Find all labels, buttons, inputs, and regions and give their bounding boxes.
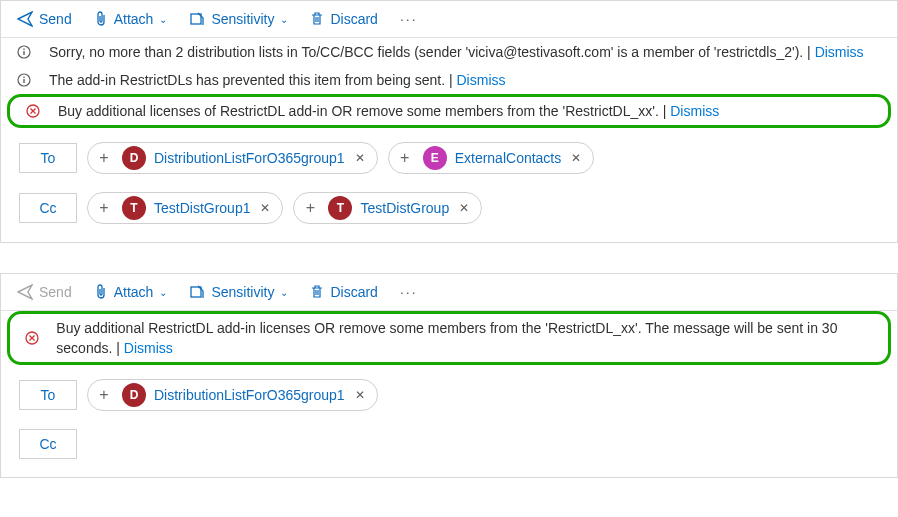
recipient-chip[interactable]: +DDistributionListForO365group1✕ bbox=[87, 142, 378, 174]
discard-label: Discard bbox=[330, 11, 377, 27]
send-label: Send bbox=[39, 11, 72, 27]
recipient-name: ExternalContacts bbox=[455, 150, 562, 166]
dismiss-link[interactable]: Dismiss bbox=[815, 44, 864, 60]
svg-rect-2 bbox=[23, 51, 24, 55]
error-message: Buy additional RestrictDL add-in license… bbox=[56, 320, 837, 356]
recipient-name: TestDistGroup bbox=[360, 200, 449, 216]
send-icon bbox=[17, 284, 33, 300]
cc-row: Cc bbox=[1, 415, 897, 477]
remove-icon[interactable]: ✕ bbox=[258, 201, 272, 215]
send-label: Send bbox=[39, 284, 72, 300]
avatar: T bbox=[328, 196, 352, 220]
to-row: To +DDistributionListForO365group1✕ bbox=[1, 365, 897, 415]
to-chips: +DDistributionListForO365group1✕ bbox=[87, 379, 378, 411]
recipient-chip[interactable]: +TTestDistGroup✕ bbox=[293, 192, 482, 224]
paperclip-icon bbox=[94, 284, 108, 300]
info-message: The add-in RestrictDLs has prevented thi… bbox=[49, 72, 457, 88]
paperclip-icon bbox=[94, 11, 108, 27]
to-row: To +DDistributionListForO365group1✕+EExt… bbox=[1, 128, 897, 178]
sensitivity-button[interactable]: Sensitivity ⌄ bbox=[185, 280, 292, 304]
svg-rect-3 bbox=[23, 49, 24, 50]
sensitivity-icon bbox=[189, 11, 205, 27]
info-icon bbox=[17, 73, 31, 87]
avatar: D bbox=[122, 146, 146, 170]
more-button[interactable]: ··· bbox=[396, 280, 422, 304]
to-chips: +DDistributionListForO365group1✕+EExtern… bbox=[87, 142, 594, 174]
cc-chips: +TTestDistGroup1✕+TTestDistGroup✕ bbox=[87, 192, 482, 224]
cc-row: Cc +TTestDistGroup1✕+TTestDistGroup✕ bbox=[1, 178, 897, 242]
sensitivity-icon bbox=[189, 284, 205, 300]
expand-icon[interactable]: + bbox=[94, 198, 114, 218]
avatar: E bbox=[423, 146, 447, 170]
svg-rect-8 bbox=[191, 287, 201, 297]
info-message: Sorry, no more than 2 distribution lists… bbox=[49, 44, 815, 60]
expand-icon[interactable]: + bbox=[395, 148, 415, 168]
sensitivity-button[interactable]: Sensitivity ⌄ bbox=[185, 7, 292, 31]
discard-button[interactable]: Discard bbox=[306, 280, 381, 304]
send-icon bbox=[17, 11, 33, 27]
sensitivity-label: Sensitivity bbox=[211, 11, 274, 27]
svg-rect-0 bbox=[191, 14, 201, 24]
dismiss-link[interactable]: Dismiss bbox=[670, 103, 719, 119]
chevron-down-icon: ⌄ bbox=[280, 287, 288, 298]
avatar: D bbox=[122, 383, 146, 407]
to-button[interactable]: To bbox=[19, 143, 77, 173]
error-icon bbox=[25, 331, 39, 345]
remove-icon[interactable]: ✕ bbox=[353, 151, 367, 165]
sensitivity-label: Sensitivity bbox=[211, 284, 274, 300]
attach-button[interactable]: Attach ⌄ bbox=[90, 7, 172, 31]
more-icon: ··· bbox=[400, 11, 418, 27]
toolbar: Send Attach ⌄ Sensitivity ⌄ Discard ··· bbox=[1, 274, 897, 311]
svg-rect-6 bbox=[23, 77, 24, 78]
error-bar-2: Buy additional RestrictDL add-in license… bbox=[10, 314, 888, 362]
compose-panel-2: Send Attach ⌄ Sensitivity ⌄ Discard ··· … bbox=[0, 273, 898, 478]
cc-button[interactable]: Cc bbox=[19, 193, 77, 223]
trash-icon bbox=[310, 11, 324, 27]
info-icon bbox=[17, 45, 31, 59]
toolbar: Send Attach ⌄ Sensitivity ⌄ Discard ··· bbox=[1, 1, 897, 38]
expand-icon[interactable]: + bbox=[300, 198, 320, 218]
to-button[interactable]: To bbox=[19, 380, 77, 410]
remove-icon[interactable]: ✕ bbox=[457, 201, 471, 215]
more-button[interactable]: ··· bbox=[396, 7, 422, 31]
discard-label: Discard bbox=[330, 284, 377, 300]
remove-icon[interactable]: ✕ bbox=[353, 388, 367, 402]
recipient-name: DistributionListForO365group1 bbox=[154, 387, 345, 403]
svg-rect-5 bbox=[23, 79, 24, 83]
recipient-name: TestDistGroup1 bbox=[154, 200, 250, 216]
discard-button[interactable]: Discard bbox=[306, 7, 381, 31]
avatar: T bbox=[122, 196, 146, 220]
info-bar-2: The add-in RestrictDLs has prevented thi… bbox=[1, 66, 897, 94]
compose-panel-1: Send Attach ⌄ Sensitivity ⌄ Discard ··· … bbox=[0, 0, 898, 243]
attach-label: Attach bbox=[114, 284, 154, 300]
remove-icon[interactable]: ✕ bbox=[569, 151, 583, 165]
info-bar-1: Sorry, no more than 2 distribution lists… bbox=[1, 38, 897, 66]
highlighted-error-2: Buy additional RestrictDL add-in license… bbox=[7, 311, 891, 365]
dismiss-link[interactable]: Dismiss bbox=[124, 340, 173, 356]
recipient-chip[interactable]: +EExternalContacts✕ bbox=[388, 142, 595, 174]
error-bar-1: Buy additional licenses of RestrictDL ad… bbox=[10, 97, 888, 125]
more-icon: ··· bbox=[400, 284, 418, 300]
chevron-down-icon: ⌄ bbox=[280, 14, 288, 25]
cc-button[interactable]: Cc bbox=[19, 429, 77, 459]
error-icon bbox=[26, 104, 40, 118]
dismiss-link[interactable]: Dismiss bbox=[457, 72, 506, 88]
recipient-chip[interactable]: +DDistributionListForO365group1✕ bbox=[87, 379, 378, 411]
trash-icon bbox=[310, 284, 324, 300]
chevron-down-icon: ⌄ bbox=[159, 287, 167, 298]
send-button: Send bbox=[13, 280, 76, 304]
error-message: Buy additional licenses of RestrictDL ad… bbox=[58, 103, 670, 119]
highlighted-error-1: Buy additional licenses of RestrictDL ad… bbox=[7, 94, 891, 128]
recipient-name: DistributionListForO365group1 bbox=[154, 150, 345, 166]
chevron-down-icon: ⌄ bbox=[159, 14, 167, 25]
attach-label: Attach bbox=[114, 11, 154, 27]
expand-icon[interactable]: + bbox=[94, 385, 114, 405]
attach-button[interactable]: Attach ⌄ bbox=[90, 280, 172, 304]
send-button[interactable]: Send bbox=[13, 7, 76, 31]
expand-icon[interactable]: + bbox=[94, 148, 114, 168]
recipient-chip[interactable]: +TTestDistGroup1✕ bbox=[87, 192, 283, 224]
